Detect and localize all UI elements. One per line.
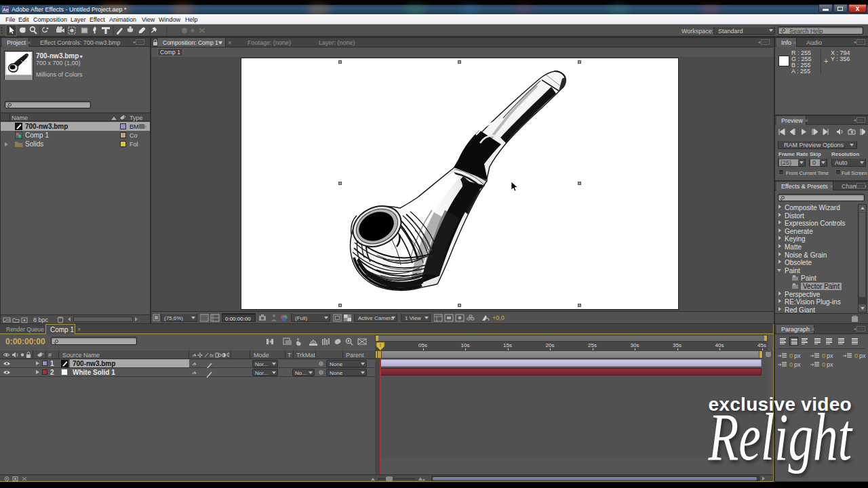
svg-text:fx: fx bbox=[210, 352, 214, 359]
